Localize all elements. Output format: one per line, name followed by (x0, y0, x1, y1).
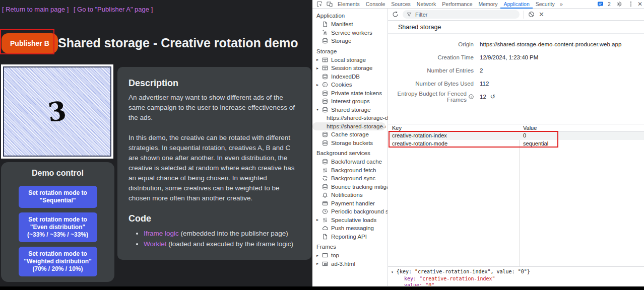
return-to-main-link[interactable]: [ Return to main page ] (2, 6, 69, 13)
tree-expander-icon[interactable]: ▸ (316, 253, 322, 258)
sidebar-item-indexeddb[interactable]: IndexedDB (312, 72, 388, 81)
refresh-icon[interactable] (392, 11, 399, 18)
publisher-a-link[interactable]: [ Go to "Publisher A" page ] (74, 6, 153, 13)
tab-elements[interactable]: Elements (335, 0, 363, 9)
button-line: Set rotation mode to (21, 250, 95, 258)
sidebar-item-label: Payment handler (331, 200, 375, 206)
sidebar-item-label: Cache storage (331, 131, 369, 137)
sidebar-item-cache-storage[interactable]: Cache storage (312, 130, 388, 139)
sidebar-item-service-workers[interactable]: Service workers (312, 29, 388, 37)
table-row-creative-rotation-mode[interactable]: creative-rotation-modesequential (388, 140, 644, 148)
sidebar-item-label: Notifications (331, 192, 363, 198)
kebab-menu-icon[interactable] (630, 1, 632, 7)
sidebar-item-shared-storage[interactable]: ▾Shared storage (312, 106, 388, 114)
tab-network[interactable]: Network (414, 0, 439, 9)
sidebar-item-manifest[interactable]: Manifest (312, 20, 388, 29)
tab-application[interactable]: Application (500, 0, 532, 9)
set-rotation-sequential[interactable]: Set rotation mode to"Sequential" (19, 186, 97, 208)
table-row-creative-rotation-index[interactable]: creative-rotation-index0 (388, 132, 644, 140)
column-header-key[interactable]: Key (388, 124, 519, 131)
sidebar-section-background-services: Background services (312, 147, 388, 158)
table-rows: creative-rotation-index0creative-rotatio… (388, 132, 644, 148)
sidebar-item-top[interactable]: ▸top (312, 251, 388, 260)
sidebar-item-cookies[interactable]: ▸Cookies (312, 81, 388, 89)
preview-property-key: key: "creative-rotation-index" (391, 275, 644, 282)
sidebar-item-storage-buckets[interactable]: Storage buckets (312, 139, 388, 148)
tab-performance[interactable]: Performance (439, 0, 475, 9)
sidebar-item-reporting-api[interactable]: Reporting API (312, 233, 388, 241)
code-item-text: (embedded into the publisher page) (179, 230, 288, 237)
sidebar-item-notifications[interactable]: Notifications (312, 191, 388, 199)
meta-value: 12/9/2024, 1:23:40 PM (480, 54, 538, 60)
sidebar-item-periodic-background-s[interactable]: Periodic background s… (312, 207, 388, 216)
cell-key: creative-rotation-index (388, 132, 519, 140)
sidebar-item-private-state-tokens[interactable]: Private state tokens (312, 89, 388, 98)
tab-overflow-chevrons[interactable]: » (558, 0, 565, 9)
sidebar-item-bounce-tracking-mitiga[interactable]: Bounce tracking mitiga… (312, 183, 388, 191)
filter-input[interactable] (414, 11, 516, 18)
meta-row-number-of-entries: Number of Entries2 (388, 64, 644, 77)
sidebar-item-storage[interactable]: Storage (312, 37, 388, 45)
sidebar-item-label: ad-3.html (331, 261, 355, 267)
tree-expander-icon[interactable]: ▸ (316, 218, 322, 222)
sidebar-item-payment-handler[interactable]: Payment handler (312, 199, 388, 208)
sidebar-item-background-sync[interactable]: Background sync (312, 174, 388, 183)
tree-expander-icon[interactable]: ▸ (316, 261, 322, 266)
sidebar-item-label: Periodic background s… (331, 208, 388, 214)
sidebar-item-interest-groups[interactable]: Interest groups (312, 97, 388, 106)
preview-property-value: value: "0" (391, 282, 644, 286)
column-header-value[interactable]: Value (519, 124, 644, 131)
worklet-link[interactable]: Worklet (144, 240, 167, 248)
block-clear-icon[interactable] (528, 11, 535, 18)
sidebar-item-local-storage[interactable]: ▸Local storage (312, 56, 388, 64)
sidebar-item-background-fetch[interactable]: Background fetch (312, 166, 388, 175)
info-icon[interactable] (469, 94, 474, 99)
sidebar-item-https-shared-storage-d[interactable]: https://shared-storage-d… (312, 114, 388, 122)
inspect-element-icon[interactable] (316, 1, 323, 7)
database-icon (322, 140, 328, 146)
settings-gear-icon[interactable] (616, 1, 622, 7)
tab-console[interactable]: Console (363, 0, 389, 9)
property-name: key: (404, 276, 419, 281)
console-messages-icon[interactable] (597, 1, 604, 8)
sidebar-item-speculative-loads[interactable]: ▸Speculative loads (312, 216, 388, 225)
creative-number: 3 (46, 95, 68, 128)
database-icon (322, 107, 328, 113)
frame-icon (322, 252, 328, 258)
tree-expander-icon[interactable]: ▾ (316, 107, 322, 112)
set-rotation-weighted-distribution[interactable]: Set rotation mode to"Weighted distributi… (19, 247, 97, 276)
expand-triangle-icon[interactable]: ▾ (391, 270, 394, 274)
tab-memory[interactable]: Memory (475, 0, 500, 9)
button-line: "Weighted distribution" (21, 258, 95, 265)
tree-expander-icon[interactable]: ▸ (316, 66, 322, 70)
reset-budget-icon[interactable]: ↺ (490, 93, 495, 100)
iframe-logic-link[interactable]: Iframe logic (144, 230, 179, 237)
tree-expander-icon[interactable]: ▸ (316, 83, 322, 87)
demo-control-panel: Demo control Set rotation mode to"Sequen… (1, 162, 114, 282)
sidebar-item-session-storage[interactable]: ▸Session storage (312, 64, 388, 72)
device-toolbar-icon[interactable] (327, 1, 333, 7)
sidebar-item-label: Private state tokens (331, 90, 382, 96)
file-icon (322, 21, 328, 27)
button-line: Set rotation mode to (21, 189, 95, 197)
sidebar-item-https-shared-storage-d[interactable]: https://shared-storage-d… (312, 122, 385, 131)
meta-row-entropy-budget-for-fenced-frames: Entropy Budget for Fenced Frames12↺ (388, 90, 644, 103)
set-rotation-even-distribution[interactable]: Set rotation mode to"Even distribution"(… (19, 212, 97, 242)
publisher-b-button[interactable]: Publisher B (2, 33, 58, 53)
sidebar-item-label: Cookies (331, 82, 352, 88)
devtools-sidebar: ApplicationManifestService workersStorag… (312, 9, 388, 286)
shared-storage-metadata: Originhttps://shared-storage-demo-conten… (388, 34, 644, 103)
sidebar-item-back-forward-cache[interactable]: Back/forward cache (312, 158, 388, 166)
table-header: KeyValue (388, 124, 644, 132)
meta-row-creation-time: Creation Time12/9/2024, 1:23:40 PM (388, 51, 644, 64)
tab-sources[interactable]: Sources (388, 0, 414, 9)
tab-security[interactable]: Security (533, 0, 558, 9)
preview-properties: key: "creative-rotation-index"value: "0" (391, 275, 644, 286)
close-devtools-icon[interactable]: ✕ (637, 1, 642, 8)
tree-expander-icon[interactable]: ▸ (316, 57, 322, 62)
ad-creative-frame[interactable]: 3 (1, 64, 113, 159)
description-paragraph-2: In this demo, the creative can be rotate… (128, 133, 300, 203)
delete-x-icon[interactable]: ✕ (539, 11, 544, 18)
sidebar-item-push-messaging[interactable]: Push messaging (312, 224, 388, 233)
sidebar-item-ad-3-html[interactable]: ▸ad-3.html (312, 260, 388, 268)
